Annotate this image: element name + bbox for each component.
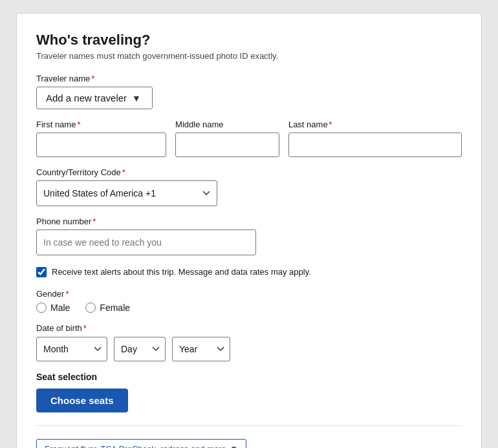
text-alerts-checkbox[interactable] — [36, 267, 47, 277]
page-subtitle: Traveler names must match government-iss… — [36, 51, 462, 61]
phone-group: Phone number* — [36, 217, 462, 255]
choose-seats-button[interactable]: Choose seats — [36, 389, 128, 412]
first-name-input[interactable] — [36, 133, 166, 157]
last-name-label: Last name* — [288, 120, 462, 129]
country-group: Country/Territory Code* United States of… — [36, 167, 462, 206]
gender-options: Male Female — [36, 303, 462, 313]
gender-male-option[interactable]: Male — [36, 303, 70, 313]
frequent-flyer-label: Frequent flyer, TSA PreCheck, redress an… — [45, 444, 226, 449]
traveler-name-label: Traveler name* — [36, 74, 462, 83]
middle-name-label: Middle name — [175, 120, 279, 129]
dob-label: Date of birth* — [36, 323, 462, 333]
traveler-name-group: Traveler name* Add a new traveler ▼ — [36, 74, 462, 109]
dob-day-select[interactable]: Day 12345 678910 1112131415 1617181920 2… — [114, 337, 166, 361]
gender-male-label: Male — [50, 303, 70, 313]
page-title: Who's traveling? — [36, 32, 462, 48]
dob-group: Date of birth* Month JanuaryFebruaryMarc… — [36, 323, 462, 361]
phone-input[interactable] — [36, 229, 256, 255]
seat-selection-group: Seat selection Choose seats — [36, 372, 462, 412]
country-select[interactable]: United States of America +1 Canada +1 Un… — [36, 180, 217, 206]
traveler-name-value: Add a new traveler — [46, 92, 127, 103]
chevron-down-icon: ▼ — [132, 93, 141, 103]
dob-month-select[interactable]: Month JanuaryFebruaryMarch AprilMayJune … — [36, 337, 107, 361]
section-divider — [36, 425, 462, 426]
last-name-group: Last name* — [288, 120, 462, 157]
gender-male-radio[interactable] — [36, 303, 47, 313]
gender-female-label: Female — [100, 303, 130, 313]
text-alerts-label: Receive text alerts about this trip. Mes… — [52, 266, 311, 279]
dob-selects: Month JanuaryFebruaryMarch AprilMayJune … — [36, 337, 462, 361]
frequent-flyer-section: Frequent flyer, TSA PreCheck, redress an… — [36, 439, 462, 449]
country-label: Country/Territory Code* — [36, 167, 462, 177]
gender-female-option[interactable]: Female — [85, 303, 130, 313]
text-alerts-row: Receive text alerts about this trip. Mes… — [36, 266, 462, 279]
middle-name-input[interactable] — [175, 133, 279, 157]
first-name-group: First name* — [36, 120, 166, 157]
last-name-input[interactable] — [288, 133, 462, 157]
frequent-flyer-button[interactable]: Frequent flyer, TSA PreCheck, redress an… — [36, 439, 246, 449]
name-row: First name* Middle name Last name* — [36, 120, 462, 157]
first-name-label: First name* — [36, 120, 166, 129]
main-card: Who's traveling? Traveler names must mat… — [16, 13, 482, 448]
phone-label: Phone number* — [36, 217, 462, 226]
gender-label: Gender* — [36, 289, 462, 299]
chevron-down-icon: ▼ — [230, 444, 238, 448]
seat-selection-label: Seat selection — [36, 372, 462, 382]
gender-group: Gender* Male Female — [36, 289, 462, 313]
dob-year-select[interactable]: Year 202420102000 199019801970 19601950 — [172, 337, 230, 361]
traveler-name-dropdown[interactable]: Add a new traveler ▼ — [36, 87, 153, 109]
gender-female-radio[interactable] — [85, 303, 96, 313]
middle-name-group: Middle name — [175, 120, 279, 157]
